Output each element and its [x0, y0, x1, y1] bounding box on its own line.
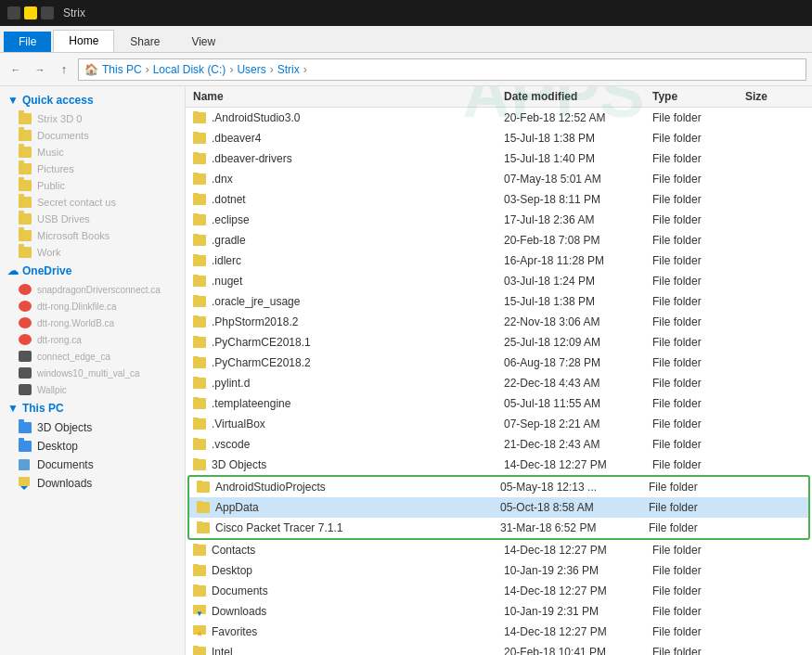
breadcrumb-local-disk[interactable]: Local Disk (C:) — [153, 63, 226, 76]
file-row-name: ▼ Downloads — [186, 605, 496, 618]
sidebar-item-wallpic[interactable]: Wallpic — [0, 381, 185, 398]
file-name: .PyCharmCE2018.1 — [212, 336, 311, 349]
file-row-name: .oracle_jre_usage — [186, 295, 496, 308]
file-name: Intel — [212, 646, 233, 655]
table-row[interactable]: 3D Objects 14-Dec-18 12:27 PM File folde… — [186, 455, 812, 475]
sidebar-item-desktop[interactable]: Desktop — [0, 437, 185, 456]
ribbon-tabs: File Home Share View — [0, 26, 812, 52]
chevron-down-icon: ▼ — [7, 402, 19, 415]
sidebar-this-pc-header[interactable]: ▼ This PC — [0, 398, 185, 418]
sidebar-item-strix-3d[interactable]: Strix 3D 0 — [0, 110, 185, 127]
file-row-name: AppData — [189, 501, 493, 514]
sidebar-item-dtt-rong[interactable]: dtt-rong.ca — [0, 331, 185, 348]
address-bar: ← → ↑ 🏠 This PC › Local Disk (C:) › User… — [0, 53, 812, 86]
file-row-type: File folder — [645, 234, 738, 247]
sidebar: ▼ Quick access Strix 3D 0 Documents Musi… — [0, 86, 186, 655]
table-row[interactable]: .oracle_jre_usage 15-Jul-18 1:38 PM File… — [186, 291, 812, 312]
table-row[interactable]: .VirtualBox 07-Sep-18 2:21 AM File folde… — [186, 414, 812, 434]
table-row[interactable]: .idlerc 16-Apr-18 11:28 PM File folder — [186, 250, 812, 271]
sidebar-item-windows10-multi[interactable]: windows10_multi_val_ca — [0, 365, 185, 381]
table-row[interactable]: .nuget 03-Jul-18 1:24 PM File folder — [186, 271, 812, 291]
file-row-type: File folder — [645, 295, 738, 308]
table-row[interactable]: AppData 05-Oct-18 8:58 AM File folder — [189, 497, 808, 518]
table-row[interactable]: .gradle 20-Feb-18 7:08 PM File folder — [186, 230, 812, 250]
sidebar-item-label: Work — [37, 247, 60, 258]
file-row-date: 05-Jul-18 11:55 AM — [496, 397, 645, 410]
sidebar-item-snapdragon[interactable]: snapdragonDriversconnect.ca — [0, 281, 185, 298]
tab-home[interactable]: Home — [53, 30, 114, 52]
folder-icon — [19, 180, 32, 191]
table-row[interactable]: AndroidStudioProjects 05-May-18 12:13 ..… — [189, 477, 808, 497]
file-name: Contacts — [212, 544, 255, 557]
table-row[interactable]: Intel 20-Feb-18 10:41 PM File folder — [186, 642, 812, 655]
file-row-name: .dbeaver4 — [186, 132, 496, 145]
sidebar-item-usb[interactable]: USB Drives — [0, 211, 185, 227]
table-row[interactable]: Cisco Packet Tracer 7.1.1 31-Mar-18 6:52… — [189, 518, 808, 538]
sidebar-item-ms-books[interactable]: Microsoft Books — [0, 227, 185, 244]
up-button[interactable]: ↑ — [54, 59, 74, 80]
sidebar-quick-access-header[interactable]: ▼ Quick access — [0, 90, 185, 110]
table-row[interactable]: .dnx 07-May-18 5:01 AM File folder — [186, 169, 812, 189]
file-row-name: Cisco Packet Tracer 7.1.1 — [189, 521, 493, 534]
sidebar-item-work[interactable]: Work — [0, 244, 185, 261]
file-row-type: File folder — [645, 397, 738, 410]
file-list-header: Name Date modified Type Size — [186, 86, 812, 108]
sidebar-item-label: Desktop — [37, 440, 78, 453]
sidebar-item-downloads[interactable]: Downloads — [0, 474, 185, 493]
table-row[interactable]: .pylint.d 22-Dec-18 4:43 AM File folder — [186, 373, 812, 393]
table-row[interactable]: .PyCharmCE2018.2 06-Aug-18 7:28 PM File … — [186, 353, 812, 373]
table-row[interactable]: .vscode 21-Dec-18 2:43 AM File folder — [186, 434, 812, 455]
col-header-size[interactable]: Size — [738, 90, 812, 103]
back-button[interactable]: ← — [6, 59, 26, 80]
col-header-date[interactable]: Date modified — [496, 90, 645, 103]
sidebar-item-dtt-rong-worldb[interactable]: dtt-rong.WorldB.ca — [0, 315, 185, 331]
file-row-name: .vscode — [186, 438, 496, 451]
sidebar-item-3d-objects[interactable]: 3D Objects — [0, 418, 185, 437]
table-row[interactable]: .AndroidStudio3.0 20-Feb-18 12:52 AM Fil… — [186, 108, 812, 128]
breadcrumb-users[interactable]: Users — [237, 63, 265, 76]
table-row[interactable]: ▼ Downloads 10-Jan-19 2:31 PM File folde… — [186, 601, 812, 622]
tab-file[interactable]: File — [4, 32, 51, 52]
breadcrumb-home-icon: 🏠 — [84, 63, 98, 76]
sidebar-item-connect-edge[interactable]: connect_edge_ca — [0, 348, 185, 365]
sidebar-item-public[interactable]: Public — [0, 177, 185, 194]
table-row[interactable]: Contacts 14-Dec-18 12:27 PM File folder — [186, 540, 812, 560]
sidebar-item-music[interactable]: Music — [0, 144, 185, 161]
table-row[interactable]: .dotnet 03-Sep-18 8:11 PM File folder — [186, 189, 812, 210]
breadcrumb-this-pc[interactable]: This PC — [102, 63, 142, 76]
sidebar-item-dtt-rong-dlink[interactable]: dtt-rong.Dlinkfile.ca — [0, 298, 185, 315]
file-name: .vscode — [212, 438, 250, 451]
table-row[interactable]: .PhpStorm2018.2 22-Nov-18 3:06 AM File f… — [186, 312, 812, 332]
table-row[interactable]: ★ Favorites 14-Dec-18 12:27 PM File fold… — [186, 622, 812, 642]
table-row[interactable]: Desktop 10-Jan-19 2:36 PM File folder — [186, 560, 812, 581]
folder-icon — [193, 337, 206, 348]
forward-button[interactable]: → — [30, 59, 50, 80]
table-row[interactable]: .dbeaver4 15-Jul-18 1:38 PM File folder — [186, 128, 812, 148]
file-name: AppData — [215, 501, 259, 514]
folder-icon — [193, 296, 206, 307]
tab-share[interactable]: Share — [114, 31, 175, 52]
file-name: Cisco Packet Tracer 7.1.1 — [215, 521, 342, 534]
col-header-name[interactable]: Name — [186, 90, 496, 103]
sidebar-item-secret-contact[interactable]: Secret contact us — [0, 194, 185, 211]
file-name: .PhpStorm2018.2 — [212, 315, 298, 328]
table-row[interactable]: .eclipse 17-Jul-18 2:36 AM File folder — [186, 210, 812, 230]
file-row-name: .idlerc — [186, 254, 496, 267]
col-header-type[interactable]: Type — [645, 90, 738, 103]
table-row[interactable]: .templateengine 05-Jul-18 11:55 AM File … — [186, 393, 812, 414]
sidebar-item-documents-qa[interactable]: Documents — [0, 127, 185, 144]
table-row[interactable]: .PyCharmCE2018.1 25-Jul-18 12:09 AM File… — [186, 332, 812, 353]
table-row[interactable]: Documents 14-Dec-18 12:27 PM File folder — [186, 581, 812, 601]
file-row-type: File folder — [645, 458, 738, 471]
chevron-down-icon: ▼ — [7, 94, 19, 107]
file-row-name: .pylint.d — [186, 377, 496, 390]
table-row[interactable]: .dbeaver-drivers 15-Jul-18 1:40 PM File … — [186, 148, 812, 169]
sidebar-item-pictures[interactable]: Pictures — [0, 161, 185, 177]
sidebar-onedrive-header[interactable]: ☁ OneDrive — [0, 261, 185, 281]
address-path[interactable]: 🏠 This PC › Local Disk (C:) › Users › St… — [78, 58, 806, 81]
sidebar-item-documents-pc[interactable]: Documents — [0, 456, 185, 474]
tab-view[interactable]: View — [175, 31, 231, 52]
breadcrumb-strix[interactable]: Strix — [277, 63, 300, 76]
file-row-name: ★ Favorites — [186, 625, 496, 638]
file-row-type: File folder — [645, 646, 738, 655]
